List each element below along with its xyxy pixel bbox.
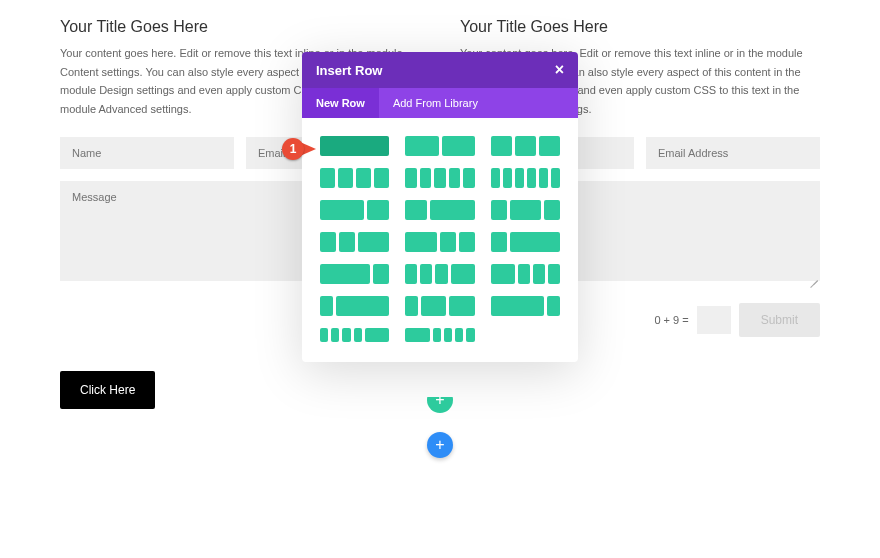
layout-option-4[interactable] <box>405 168 474 188</box>
modal-title: Insert Row <box>316 63 382 78</box>
callout-marker-number: 1 <box>282 138 304 160</box>
left-title: Your Title Goes Here <box>60 18 420 36</box>
layout-option-2[interactable] <box>491 136 560 156</box>
right-title: Your Title Goes Here <box>460 18 820 36</box>
insert-row-modal: Insert Row × New Row Add From Library <box>302 52 578 362</box>
plus-icon: + <box>427 397 453 413</box>
tab-add-from-library[interactable]: Add From Library <box>379 88 492 118</box>
right-captcha-label: 0 + 9 = <box>654 314 688 326</box>
layout-option-10[interactable] <box>405 232 474 252</box>
layout-option-19[interactable] <box>405 328 474 342</box>
layout-option-3[interactable] <box>320 168 389 188</box>
layout-grid <box>302 118 578 362</box>
tab-new-row[interactable]: New Row <box>302 88 379 118</box>
add-row-button[interactable]: + <box>427 397 453 413</box>
layout-option-1[interactable] <box>405 136 474 156</box>
layout-option-0[interactable] <box>320 136 389 156</box>
layout-option-7[interactable] <box>405 200 474 220</box>
layout-option-9[interactable] <box>320 232 389 252</box>
layout-option-17[interactable] <box>491 296 560 316</box>
modal-header: Insert Row × <box>302 52 578 88</box>
resize-handle-icon[interactable] <box>808 273 818 283</box>
layout-option-12[interactable] <box>320 264 389 284</box>
layout-option-11[interactable] <box>491 232 560 252</box>
modal-tabs: New Row Add From Library <box>302 88 578 118</box>
submit-button[interactable]: Submit <box>739 303 820 337</box>
layout-option-13[interactable] <box>405 264 474 284</box>
plus-icon: + <box>435 436 444 454</box>
click-here-button[interactable]: Click Here <box>60 371 155 409</box>
layout-option-16[interactable] <box>405 296 474 316</box>
layout-option-5[interactable] <box>491 168 560 188</box>
add-section-button[interactable]: + <box>427 432 453 458</box>
right-captcha-input[interactable] <box>697 306 731 334</box>
left-name-input[interactable] <box>60 137 234 169</box>
close-icon[interactable]: × <box>555 62 564 78</box>
layout-option-8[interactable] <box>491 200 560 220</box>
layout-option-15[interactable] <box>320 296 389 316</box>
layout-option-14[interactable] <box>491 264 560 284</box>
layout-option-6[interactable] <box>320 200 389 220</box>
layout-option-18[interactable] <box>320 328 389 342</box>
right-email-input[interactable] <box>646 137 820 169</box>
callout-marker: 1 <box>282 138 316 162</box>
